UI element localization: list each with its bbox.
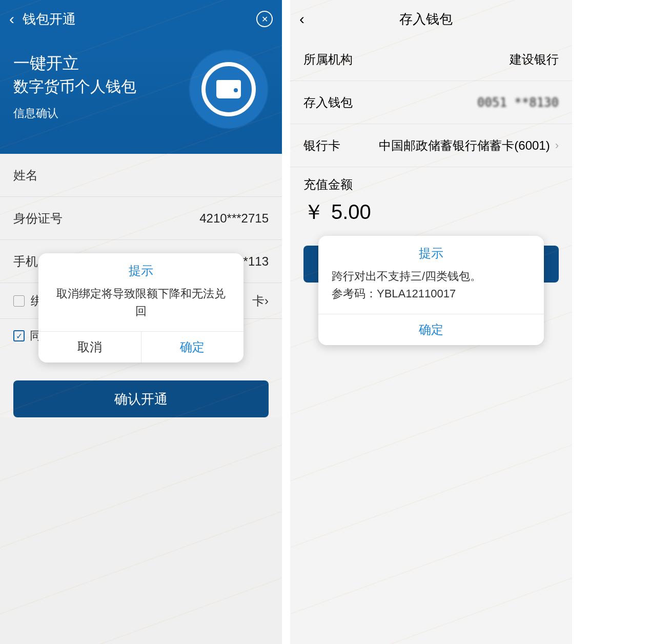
svg-point-2 xyxy=(234,88,238,92)
dialog-body-line1: 跨行对出不支持三/四类钱包。 xyxy=(332,268,531,285)
page-title: 存入钱包 xyxy=(304,10,547,28)
wallet-icon xyxy=(201,62,256,116)
screen-deposit: ‹ 存入钱包 所属机构 建设银行 存入钱包 0051 **8130 银行卡 中国… xyxy=(290,0,572,644)
topbar: ‹ 存入钱包 xyxy=(290,0,572,38)
confirm-open-button[interactable]: 确认开通 xyxy=(13,380,269,417)
row-name[interactable]: 姓名 xyxy=(0,154,282,197)
dialog-ok-label: 确定 xyxy=(419,321,443,338)
hero-banner: 一键开立 数字货币个人钱包 信息确认 xyxy=(0,38,282,154)
chevron-right-icon: › xyxy=(555,139,559,152)
dialog-ok-button[interactable]: 确定 xyxy=(318,314,544,345)
dialog-actions: 确定 xyxy=(318,314,544,345)
dialog-cancel-label: 取消 xyxy=(77,339,102,355)
dialog-body: 取消绑定将导致限额下降和无法兑回 xyxy=(38,285,243,331)
value-org: 建设银行 xyxy=(510,51,559,68)
row-org[interactable]: 所属机构 建设银行 xyxy=(290,38,572,81)
back-icon[interactable]: ‹ xyxy=(299,10,304,28)
dialog-error: 提示 跨行对出不支持三/四类钱包。 参考码：YBLA12110017 确定 xyxy=(318,236,544,345)
wallet-badge xyxy=(189,49,269,129)
label-org: 所属机构 xyxy=(303,51,510,68)
row-card[interactable]: 银行卡 中国邮政储蓄银行储蓄卡(6001) › xyxy=(290,124,572,167)
label-card-suffix: 卡 xyxy=(252,293,265,309)
label-name: 姓名 xyxy=(13,167,269,184)
label-card: 银行卡 xyxy=(303,137,379,154)
dialog-cancel-button[interactable]: 取消 xyxy=(38,332,141,363)
row-id[interactable]: 身份证号 4210***2715 xyxy=(0,197,282,240)
amount-display[interactable]: ￥ 5.00 xyxy=(290,198,572,239)
checkbox-agree[interactable]: ✓ xyxy=(13,330,25,341)
checkbox-bind-card[interactable] xyxy=(13,295,25,307)
row-wallet[interactable]: 存入钱包 0051 **8130 xyxy=(290,81,572,124)
value-id: 4210***2715 xyxy=(199,211,269,226)
dialog-actions: 取消 确定 xyxy=(38,331,243,363)
label-wallet: 存入钱包 xyxy=(303,94,477,111)
page-title: 钱包开通 xyxy=(23,10,256,28)
dialog-body: 跨行对出不支持三/四类钱包。 参考码：YBLA12110017 xyxy=(318,268,544,314)
svg-rect-1 xyxy=(216,80,241,84)
dialog-title: 提示 xyxy=(38,253,243,285)
topbar: ‹ 钱包开通 ✕ xyxy=(0,0,282,38)
dialog-unbind-warning: 提示 取消绑定将导致限额下降和无法兑回 取消 确定 xyxy=(38,253,243,363)
chevron-right-icon: › xyxy=(265,294,269,308)
screen-wallet-open: ‹ 钱包开通 ✕ 一键开立 数字货币个人钱包 信息确认 姓名 xyxy=(0,0,282,644)
amount-value: 5.00 xyxy=(331,200,371,224)
dialog-ok-label: 确定 xyxy=(180,339,205,355)
label-amount: 充值金额 xyxy=(290,167,572,198)
value-card: 中国邮政储蓄银行储蓄卡(6001) xyxy=(379,137,550,154)
back-icon[interactable]: ‹ xyxy=(9,10,14,28)
dialog-body-line2: 参考码：YBLA12110017 xyxy=(332,285,531,303)
label-id: 身份证号 xyxy=(13,210,199,227)
amount-currency: ￥ xyxy=(303,198,324,226)
confirm-open-label: 确认开通 xyxy=(114,390,168,408)
dialog-title: 提示 xyxy=(318,236,544,268)
close-icon[interactable]: ✕ xyxy=(256,11,273,27)
dialog-ok-button[interactable]: 确定 xyxy=(141,332,244,363)
value-wallet: 0051 **8130 xyxy=(477,95,559,110)
